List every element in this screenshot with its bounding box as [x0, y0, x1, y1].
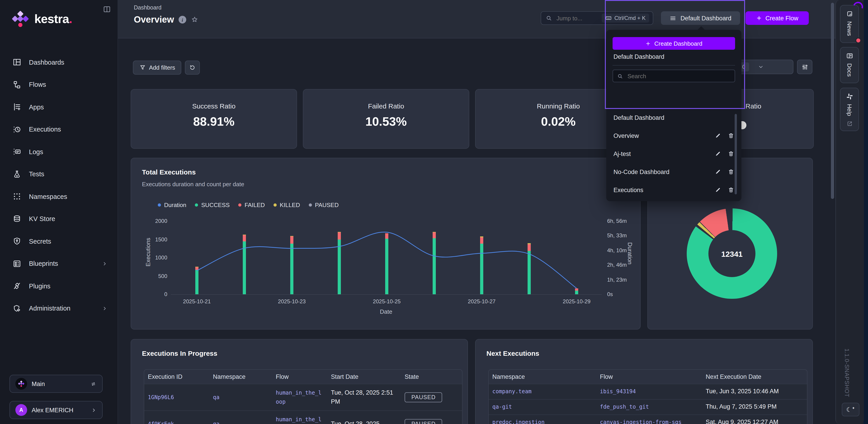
legend-item[interactable]: KILLED — [274, 202, 300, 208]
sidebar-item-blueprints[interactable]: Blueprints — [0, 252, 118, 275]
table-link[interactable]: fde_push_to_git — [600, 402, 649, 412]
dashboard-item-label: Aj-test — [614, 150, 631, 157]
delete-icon[interactable] — [728, 169, 734, 175]
table-link[interactable]: qa — [213, 393, 219, 402]
table-link[interactable]: 4f9KrEqk — [148, 420, 174, 424]
sidebar-item-kv-store[interactable]: KV Store — [0, 208, 118, 230]
dashboard-search-input[interactable] — [627, 72, 719, 80]
create-dashboard-button[interactable]: Create Dashboard — [613, 37, 735, 50]
sidebar-item-logs[interactable]: Logs — [0, 141, 118, 163]
sidebar-item-plugins[interactable]: Plugins — [0, 275, 118, 297]
table-link[interactable]: predoc.ingestion — [492, 418, 545, 424]
card-value: 10.53% — [303, 115, 469, 129]
sidebar-item-executions[interactable]: Executions — [0, 118, 118, 141]
x-axis-line — [171, 294, 602, 295]
table-link[interactable]: ibis_943194 — [600, 387, 636, 396]
legend-item[interactable]: FAILED — [238, 202, 265, 208]
donut-chart[interactable]: 12341 — [687, 208, 777, 299]
global-search[interactable]: Ctrl/Cmd + K — [541, 11, 653, 25]
plugins-icon — [13, 282, 21, 291]
topbar: Dashboard Overview i Ctrl/Cmd + K Defaul… — [118, 0, 868, 38]
sidebar-item-apps[interactable]: Apps — [0, 96, 118, 118]
dashboard-list-item[interactable]: No-Code Dashboard — [606, 163, 741, 181]
sidebar-item-namespaces[interactable]: Namespaces — [0, 185, 118, 208]
table-link[interactable]: company.team — [492, 387, 531, 396]
legend-item[interactable]: SUCCESS — [195, 202, 230, 208]
rail-tab-help[interactable]: Help — [840, 88, 859, 131]
column-header: Flow — [596, 373, 702, 380]
table-link[interactable]: 1GNp96L6 — [148, 393, 174, 402]
table-cell-text: Thu, Aug 7, 2025 5:49 PM — [706, 402, 777, 412]
dashboard-settings-button[interactable] — [797, 60, 812, 74]
table-link[interactable]: qa-git — [492, 402, 512, 412]
version-label: 1.1.0-SNAPSHOT — [844, 349, 850, 397]
dashboard-list-item[interactable]: Overview — [606, 127, 741, 145]
panel-title: Executions In Progress — [142, 350, 217, 357]
breadcrumb[interactable]: Dashboard — [134, 4, 161, 11]
sidebar-item-label: Dashboards — [29, 59, 64, 66]
table-link[interactable]: human_in_the_loop — [276, 388, 324, 406]
edit-icon[interactable] — [715, 187, 721, 193]
dashboard-search[interactable] — [613, 70, 735, 82]
dropdown-scrollbar[interactable] — [735, 114, 737, 194]
sidebar-item-label: Namespaces — [29, 193, 67, 200]
edit-icon[interactable] — [715, 132, 721, 139]
y-tick-left: 2000 — [144, 218, 167, 224]
legend-dot — [195, 204, 198, 207]
window-edge — [864, 0, 868, 424]
y-tick-right: 6h, 56m — [607, 218, 627, 224]
theme-toggle-button[interactable]: ☾✦ — [842, 403, 860, 416]
add-filters-button[interactable]: Add filters — [133, 61, 181, 74]
state-badge: PAUSED — [405, 392, 442, 402]
info-icon[interactable]: i — [179, 16, 186, 24]
tenant-label: Main — [32, 381, 45, 387]
total-executions-panel: Total Executions Executions duration and… — [131, 158, 641, 330]
sliders-icon — [801, 63, 808, 70]
edit-icon[interactable] — [715, 169, 721, 175]
column-header: Namespace — [209, 373, 272, 380]
rail-tab-docs[interactable]: Docs — [840, 47, 859, 83]
sidebar-item-flows[interactable]: Flows — [0, 73, 118, 96]
table-link[interactable]: human_in_the_loop — [276, 415, 324, 424]
star-icon[interactable] — [191, 16, 198, 24]
sidebar-item-administration[interactable]: Administration — [0, 297, 118, 320]
user-menu[interactable]: A Alex EMERICH — [9, 401, 103, 419]
sidebar-item-tests[interactable]: Tests — [0, 163, 118, 185]
kestra-logo: kestra. — [11, 11, 72, 28]
legend-item[interactable]: PAUSED — [309, 202, 339, 208]
column-header: Namespace — [489, 373, 596, 380]
chart-legend: DurationSUCCESSFAILEDKILLEDPAUSED — [158, 202, 339, 208]
refresh-button[interactable] — [185, 61, 200, 74]
dashboard-list-item[interactable]: Default Dashboard — [606, 109, 741, 127]
chevron-down-icon — [758, 64, 764, 70]
chart-subtitle: Executions duration and count per date — [142, 181, 244, 188]
sidebar-item-label: Flows — [29, 81, 46, 88]
chart-plot[interactable] — [171, 221, 602, 294]
dashboard-selector-button[interactable]: Default Dashboard — [661, 11, 740, 25]
tenant-switcher[interactable]: Main — [9, 375, 103, 393]
sidebar-item-label: Secrets — [29, 238, 51, 245]
dashboard-list-item[interactable]: Executions — [606, 181, 741, 199]
table-link[interactable]: qa — [213, 420, 219, 424]
create-flow-button[interactable]: Create Flow — [745, 11, 809, 25]
y-axis-label-left: Executions — [145, 238, 151, 267]
page-scrollbar[interactable] — [831, 3, 834, 199]
delete-icon[interactable] — [728, 151, 734, 157]
legend-item[interactable]: Duration — [158, 202, 186, 208]
dashboard-list-item[interactable]: Aj-test — [606, 145, 741, 163]
search-input[interactable] — [556, 14, 598, 22]
sidebar-item-secrets[interactable]: Secrets — [0, 230, 118, 252]
sidebar-collapse-icon[interactable] — [103, 5, 111, 13]
legend-dot — [274, 204, 277, 207]
sidebar-item-dashboards[interactable]: Dashboards — [0, 51, 118, 73]
chart-title: Total Executions — [142, 168, 196, 176]
table-link[interactable]: canvas-ingestion-from-sqs — [600, 418, 682, 424]
delete-icon[interactable] — [728, 187, 734, 193]
legend-label: PAUSED — [315, 202, 339, 208]
executions-icon — [13, 125, 21, 134]
edit-icon[interactable] — [715, 151, 721, 157]
card-success-ratio: Success Ratio 88.91% — [131, 89, 297, 149]
column-header: Start Date — [327, 373, 401, 380]
dashboard-item-label: Default Dashboard — [614, 114, 664, 121]
delete-icon[interactable] — [728, 132, 734, 139]
